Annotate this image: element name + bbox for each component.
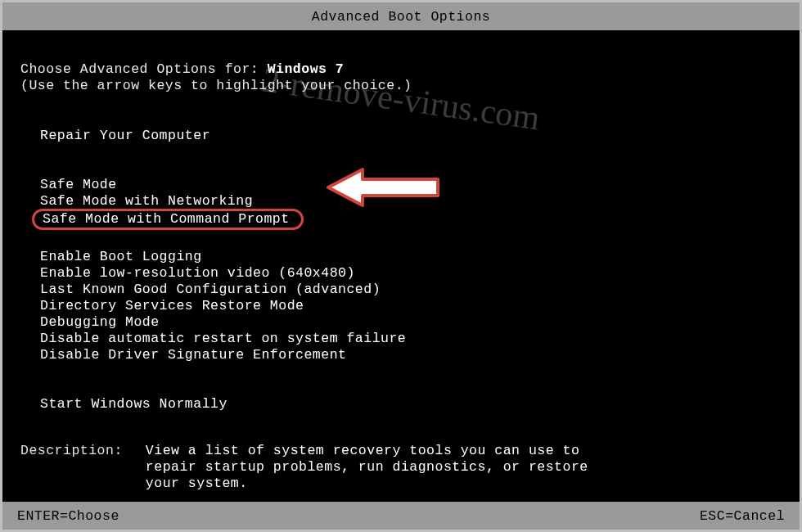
intro-line: Choose Advanced Options for: Windows 7 [20, 61, 782, 78]
menu-item-ds-restore-mode[interactable]: Directory Services Restore Mode [35, 297, 312, 315]
menu-item-disable-driver-sig[interactable]: Disable Driver Signature Enforcement [35, 346, 354, 364]
safemode-group: Safe Mode Safe Mode with Networking Safe… [20, 176, 782, 232]
menu-item-repair[interactable]: Repair Your Computer [35, 127, 219, 145]
menu-item-start-normally[interactable]: Start Windows Normally [35, 395, 236, 413]
menu-item-safe-mode-command-prompt[interactable]: Safe Mode with Command Prompt [32, 209, 304, 230]
description-row: Description: View a list of system recov… [20, 412, 782, 492]
options-group: Enable Boot Logging Enable low-resolutio… [20, 248, 782, 363]
boot-menu-frame: Advanced Boot Options 2-remove-virus.com… [0, 0, 802, 532]
menu-item-last-known-good[interactable]: Last Known Good Configuration (advanced) [35, 281, 389, 299]
boot-menu-content: Choose Advanced Options for: Windows 7 (… [2, 30, 800, 502]
title-bar: Advanced Boot Options [2, 2, 800, 30]
menu-item-safe-mode[interactable]: Safe Mode [35, 176, 125, 194]
os-name: Windows 7 [268, 61, 345, 77]
menu-item-disable-auto-restart[interactable]: Disable automatic restart on system fail… [35, 330, 414, 348]
footer-esc: ESC=Cancel [700, 508, 785, 524]
title-text: Advanced Boot Options [312, 9, 490, 25]
menu-item-debugging-mode[interactable]: Debugging Mode [35, 313, 168, 331]
description-text: View a list of system recovery tools you… [146, 443, 604, 492]
footer-enter: ENTER=Choose [17, 508, 119, 524]
menu-item-boot-logging[interactable]: Enable Boot Logging [35, 248, 210, 266]
menu-item-safe-mode-networking[interactable]: Safe Mode with Networking [35, 192, 261, 210]
description-label: Description: [20, 443, 123, 492]
menu-item-low-res-video[interactable]: Enable low-resolution video (640x480) [35, 264, 363, 282]
intro-prefix: Choose Advanced Options for: [20, 61, 268, 77]
instruction-line: (Use the arrow keys to highlight your ch… [20, 78, 782, 94]
footer-bar: ENTER=Choose ESC=Cancel [2, 502, 800, 530]
